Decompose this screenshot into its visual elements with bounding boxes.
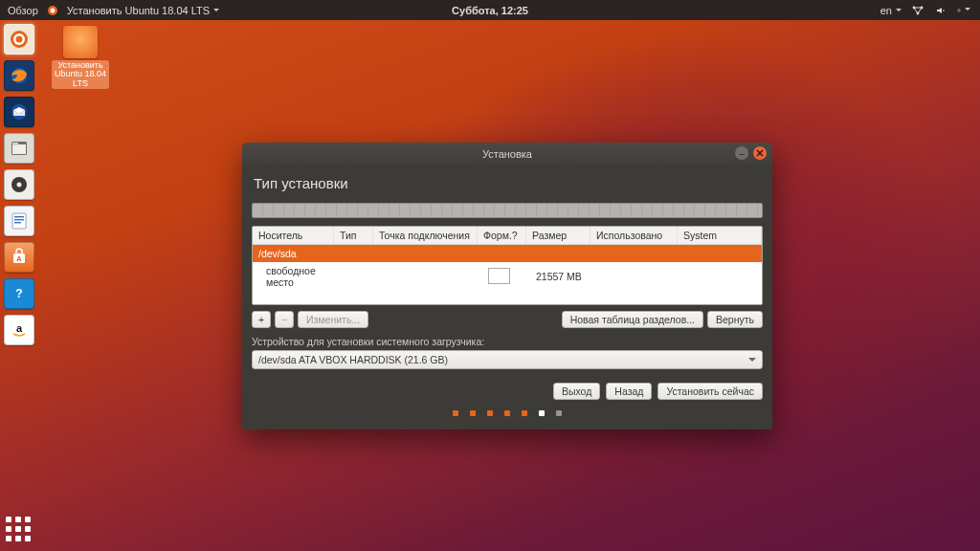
table-row[interactable]: /dev/sda — [253, 245, 762, 262]
installer-window: Установка – Тип установки Носитель Тип Т… — [242, 143, 772, 430]
top-panel: Обзор Установить Ubuntu 18.04 LTS Суббот… — [0, 0, 980, 20]
launcher-icon-writer[interactable] — [4, 206, 34, 236]
desktop-icon-installer[interactable]: Установить Ubuntu 18.04 LTS — [52, 26, 109, 89]
col-device[interactable]: Носитель — [253, 227, 334, 244]
change-partition-button[interactable]: Изменить... — [298, 311, 368, 328]
quit-button[interactable]: Выход — [553, 383, 600, 400]
svg-text:?: ? — [15, 287, 22, 300]
svg-point-9 — [16, 36, 23, 43]
cell-mount — [379, 274, 482, 279]
add-partition-button[interactable]: + — [252, 311, 271, 328]
svg-rect-13 — [12, 144, 26, 154]
bootloader-select[interactable]: /dev/sda ATA VBOX HARDDISK (21.6 GB) — [252, 350, 763, 369]
launcher-icon-installer[interactable] — [4, 24, 34, 55]
col-mount[interactable]: Точка подключения — [373, 227, 478, 244]
disk-usage-strip — [252, 203, 763, 218]
titlebar[interactable]: Установка – — [242, 143, 772, 165]
power-icon[interactable] — [957, 4, 970, 17]
app-menu[interactable]: Установить Ubuntu 18.04 LTS — [67, 5, 219, 16]
desktop-icon-label: Установить Ubuntu 18.04 LTS — [52, 60, 109, 89]
bootloader-value: /dev/sda ATA VBOX HARDDISK (21.6 GB) — [258, 354, 448, 365]
revert-button[interactable]: Вернуть — [707, 311, 763, 328]
col-system[interactable]: System — [678, 227, 762, 244]
svg-rect-18 — [14, 216, 24, 217]
cell-type — [341, 274, 379, 279]
progress-dots — [453, 410, 562, 416]
launcher-icon-firefox[interactable] — [4, 60, 34, 91]
svg-rect-14 — [12, 143, 18, 145]
launcher-dock: A ? a — [0, 20, 38, 551]
svg-text:a: a — [16, 322, 23, 334]
remove-partition-button[interactable]: − — [275, 311, 294, 328]
launcher-icon-files[interactable] — [4, 133, 34, 164]
launcher-icon-thunderbird[interactable] — [4, 97, 34, 127]
cd-icon — [63, 26, 98, 58]
volume-icon[interactable] — [934, 4, 947, 17]
svg-point-1 — [50, 8, 55, 12]
svg-text:A: A — [16, 254, 22, 263]
back-button[interactable]: Назад — [606, 383, 652, 400]
desktop: Обзор Установить Ubuntu 18.04 LTS Суббот… — [0, 0, 980, 551]
app-indicator-icon — [46, 4, 59, 17]
cell-device: /dev/sda — [253, 245, 333, 262]
svg-rect-19 — [14, 219, 24, 220]
svg-rect-17 — [12, 213, 26, 229]
close-button[interactable] — [753, 146, 767, 160]
cell-device: свободное место — [253, 262, 341, 291]
bootloader-label: Устройство для установки системного загр… — [252, 336, 763, 347]
show-apps-button[interactable] — [6, 517, 33, 543]
clock[interactable]: Суббота, 12:25 — [452, 5, 528, 16]
window-title: Установка — [482, 148, 532, 160]
chevron-down-icon — [748, 358, 756, 365]
launcher-icon-software[interactable]: A — [4, 242, 34, 273]
install-now-button[interactable]: Установить сейчас — [657, 383, 763, 400]
launcher-icon-help[interactable]: ? — [4, 278, 34, 309]
activities-button[interactable]: Обзор — [8, 5, 38, 16]
table-header: Носитель Тип Точка подключения Форм.? Ра… — [253, 227, 762, 245]
launcher-icon-rhythmbox[interactable] — [4, 169, 34, 200]
col-type[interactable]: Тип — [334, 227, 373, 244]
col-format[interactable]: Форм.? — [478, 227, 526, 244]
svg-rect-20 — [14, 222, 21, 223]
network-icon[interactable] — [911, 4, 924, 17]
svg-point-16 — [17, 183, 22, 187]
col-size[interactable]: Размер — [526, 227, 590, 244]
minimize-button[interactable]: – — [735, 146, 748, 160]
lang-indicator[interactable]: en — [880, 5, 902, 16]
new-partition-table-button[interactable]: Новая таблица разделов... — [562, 311, 703, 328]
page-heading: Тип установки — [254, 175, 763, 191]
cell-format — [482, 265, 530, 289]
cell-size: 21557 MB — [530, 268, 593, 285]
table-row[interactable]: свободное место 21557 MB — [253, 262, 762, 291]
col-used[interactable]: Использовано — [590, 227, 678, 244]
launcher-icon-amazon[interactable]: a — [4, 315, 34, 345]
partition-table: Носитель Тип Точка подключения Форм.? Ра… — [252, 226, 763, 305]
